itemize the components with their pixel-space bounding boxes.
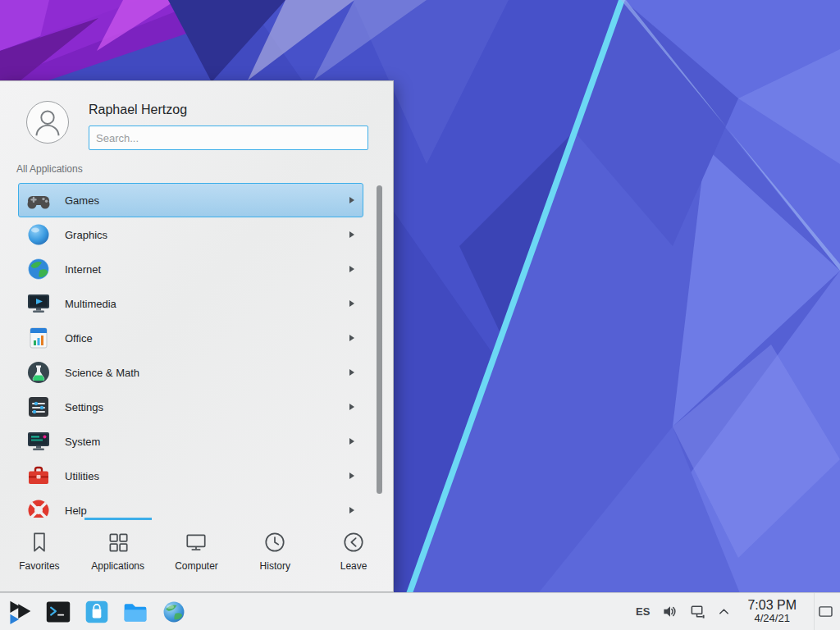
tab-indicator	[6, 518, 73, 520]
tab-history[interactable]: History	[235, 518, 314, 591]
tab-label: Leave	[340, 560, 368, 572]
monitor-play-icon	[25, 290, 52, 317]
chevron-right-icon	[349, 300, 354, 307]
section-label: All Applications	[16, 163, 393, 175]
scrollbar[interactable]	[377, 185, 382, 494]
lifebuoy-icon	[25, 497, 52, 518]
graphics-ball-icon	[25, 221, 52, 248]
category-science-math[interactable]: Science & Math	[18, 355, 363, 390]
software-center-icon	[84, 599, 110, 625]
sliders-icon	[25, 394, 52, 420]
launcher-header: Raphael Hertzog	[0, 81, 393, 150]
category-settings[interactable]: Settings	[18, 390, 363, 424]
clock-time: 7:03 PM	[747, 598, 797, 613]
search-input[interactable]	[89, 126, 368, 150]
chevron-right-icon	[349, 438, 354, 445]
grid-icon	[106, 530, 130, 555]
show-desktop-icon	[818, 605, 833, 618]
bookmark-icon	[27, 530, 52, 555]
network-icon[interactable]	[690, 604, 705, 619]
web-browser-launcher[interactable]	[158, 596, 189, 628]
clock-date: 4/24/21	[747, 613, 797, 625]
active-tab-indicator	[84, 518, 152, 520]
launcher-tab-bar: Favorites Applications	[0, 518, 393, 591]
taskbar-apps	[0, 596, 189, 628]
gamepad-icon	[25, 187, 52, 213]
web-browser-icon	[161, 599, 187, 625]
document-chart-icon	[25, 325, 52, 351]
category-help[interactable]: Help	[18, 493, 363, 518]
category-label: System	[65, 436, 349, 448]
category-utilities[interactable]: Utilities	[18, 459, 363, 493]
terminal-launcher[interactable]	[43, 596, 74, 628]
computer-icon	[184, 530, 208, 555]
chevron-right-icon	[349, 197, 354, 203]
category-internet[interactable]: Internet	[18, 252, 363, 286]
volume-icon[interactable]	[662, 604, 678, 619]
desktop: Raphael Hertzog All Applications	[0, 0, 840, 630]
chevron-right-icon	[349, 369, 354, 376]
software-center-launcher[interactable]	[81, 596, 112, 628]
clock-icon	[262, 530, 287, 555]
chevron-right-icon	[349, 472, 354, 479]
chevron-right-icon	[349, 335, 354, 341]
category-label: Internet	[65, 263, 349, 276]
tab-label: Applications	[91, 560, 144, 572]
category-label: Science & Math	[65, 367, 349, 379]
expand-tray-icon[interactable]	[718, 605, 730, 618]
file-manager-launcher[interactable]	[120, 596, 151, 628]
tab-favorites[interactable]: Favorites	[0, 518, 79, 591]
chevron-right-icon	[349, 266, 354, 272]
category-label: Multimedia	[65, 298, 349, 310]
tab-leave[interactable]: Leave	[314, 518, 393, 591]
tab-label: History	[260, 560, 290, 572]
toolbox-icon	[25, 463, 52, 489]
kde-launcher-icon	[7, 599, 33, 625]
category-system[interactable]: System	[18, 424, 363, 459]
category-multimedia[interactable]: Multimedia	[18, 286, 363, 321]
tab-indicator	[241, 518, 308, 520]
file-manager-icon	[122, 599, 148, 625]
user-name: Raphael Hertzog	[89, 103, 368, 117]
tab-indicator	[320, 518, 387, 520]
header-right: Raphael Hertzog	[89, 101, 368, 150]
chevron-right-icon	[349, 507, 354, 514]
tab-label: Favorites	[19, 560, 59, 572]
category-games[interactable]: Games	[18, 183, 363, 217]
system-monitor-icon	[25, 428, 52, 454]
category-label: Office	[65, 332, 349, 345]
category-list: Games	[0, 183, 393, 518]
category-label: Graphics	[65, 229, 349, 241]
chevron-right-icon	[349, 404, 354, 410]
system-tray: ES 7:03	[636, 593, 840, 630]
chevron-right-icon	[349, 231, 354, 238]
keyboard-layout-indicator[interactable]: ES	[636, 605, 650, 618]
taskbar: ES 7:03	[0, 592, 840, 630]
tab-applications[interactable]: Applications	[79, 518, 158, 591]
category-label: Games	[65, 194, 349, 207]
tab-indicator	[163, 518, 231, 520]
avatar[interactable]	[26, 101, 69, 144]
category-label: Settings	[65, 401, 349, 413]
category-label: Help	[65, 504, 349, 517]
terminal-icon	[45, 599, 71, 625]
app-launcher-button[interactable]	[4, 596, 35, 628]
clock[interactable]: 7:03 PM 4/24/21	[742, 598, 801, 624]
category-graphics[interactable]: Graphics	[18, 217, 363, 252]
application-launcher-menu: Raphael Hertzog All Applications	[0, 80, 394, 592]
category-office[interactable]: Office	[18, 321, 363, 355]
tab-computer[interactable]: Computer	[158, 518, 236, 591]
globe-icon	[25, 256, 52, 282]
user-icon	[27, 102, 68, 143]
tab-label: Computer	[175, 560, 218, 572]
leave-circle-icon	[341, 530, 366, 555]
category-label: Utilities	[65, 470, 349, 482]
flask-icon	[25, 359, 52, 386]
show-desktop-button[interactable]	[814, 593, 837, 630]
